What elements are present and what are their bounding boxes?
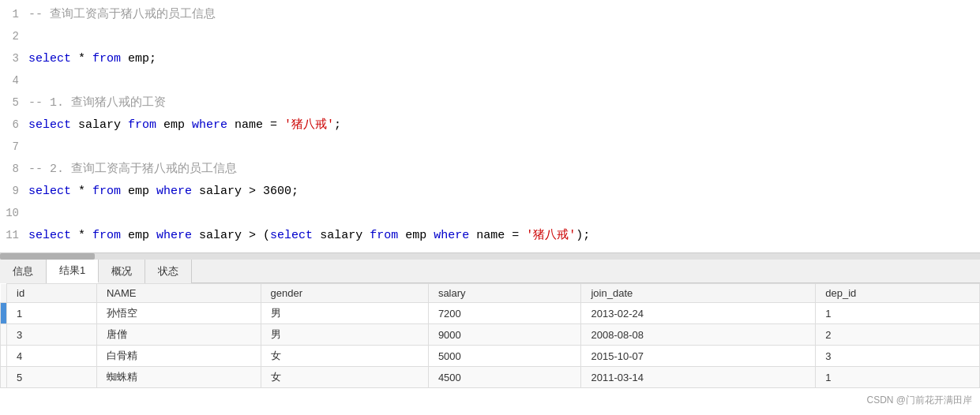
code-line-8: 8 -- 2. 查询工资高于猪八戒的员工信息 bbox=[0, 159, 980, 181]
watermark: CSDN @门前花开满田岸 bbox=[866, 394, 972, 407]
table-row: 4 白骨精 女 5000 2015-10-07 3 bbox=[1, 346, 980, 367]
col-header-salary: salary bbox=[428, 284, 581, 303]
results-table: id NAME gender salary join_date dep_id 1… bbox=[0, 283, 980, 388]
line-content-10 bbox=[28, 204, 980, 224]
col-header-gender: gender bbox=[261, 284, 428, 303]
line-content-5: -- 1. 查询猪八戒的工资 bbox=[28, 93, 980, 114]
cell-name: 蜘蛛精 bbox=[96, 367, 261, 388]
code-line-10: 10 bbox=[0, 204, 980, 226]
cell-dep-id: 1 bbox=[816, 367, 980, 388]
table-row: 1 孙悟空 男 7200 2013-02-24 1 bbox=[1, 303, 980, 324]
line-num-6: 6 bbox=[0, 116, 28, 135]
line-content-6: select salary from emp where name = '猪八戒… bbox=[28, 115, 980, 136]
table-row: 3 唐僧 男 9000 2008-08-08 2 bbox=[1, 324, 980, 346]
col-header-name: NAME bbox=[96, 284, 261, 303]
cell-name: 白骨精 bbox=[96, 346, 261, 367]
code-line-9: 9 select * from emp where salary > 3600; bbox=[0, 181, 980, 204]
cell-salary: 5000 bbox=[428, 346, 581, 367]
cell-gender: 女 bbox=[261, 346, 428, 367]
table-row: 5 蜘蛛精 女 4500 2011-03-14 1 bbox=[1, 367, 980, 388]
tab-info[interactable]: 信息 bbox=[0, 260, 47, 283]
line-content-7 bbox=[28, 137, 980, 158]
line-num-9: 9 bbox=[0, 182, 28, 201]
cell-id: 1 bbox=[7, 303, 97, 324]
line-content-11: select * from emp where salary > (select… bbox=[28, 226, 980, 246]
cell-dep-id: 3 bbox=[816, 346, 980, 367]
code-line-1: 1 -- 查询工资高于猪八戒的员工信息 bbox=[0, 5, 980, 27]
line-content-2 bbox=[28, 27, 980, 47]
col-header-dep-id: dep_id bbox=[816, 284, 980, 303]
cell-join-date: 2008-08-08 bbox=[581, 324, 816, 346]
line-num-3: 3 bbox=[0, 50, 28, 69]
line-num-11: 11 bbox=[0, 226, 28, 245]
line-num-5: 5 bbox=[0, 94, 28, 113]
cell-gender: 女 bbox=[261, 367, 428, 388]
tabs-bar: 信息 结果1 概况 状态 bbox=[0, 260, 980, 283]
tab-result1[interactable]: 结果1 bbox=[47, 260, 99, 283]
table-header-row: id NAME gender salary join_date dep_id bbox=[1, 284, 980, 303]
cell-join-date: 2013-02-24 bbox=[581, 303, 816, 324]
line-num-1: 1 bbox=[0, 6, 28, 24]
line-content-3: select * from emp; bbox=[28, 49, 980, 69]
line-num-10: 10 bbox=[0, 204, 28, 223]
tab-status[interactable]: 状态 bbox=[145, 260, 192, 283]
col-header-join-date: join_date bbox=[581, 284, 816, 303]
cell-name: 孙悟空 bbox=[96, 303, 261, 324]
line-num-7: 7 bbox=[0, 138, 28, 157]
cell-salary: 4500 bbox=[428, 367, 581, 388]
code-line-11: 11 select * from emp where salary > (sel… bbox=[0, 226, 980, 248]
cell-dep-id: 1 bbox=[816, 303, 980, 324]
col-header-id: id bbox=[7, 284, 97, 303]
code-editor: 1 -- 查询工资高于猪八戒的员工信息 2 3 select * from em… bbox=[0, 0, 980, 253]
code-line-3: 3 select * from emp; bbox=[0, 49, 980, 71]
cell-gender: 男 bbox=[261, 303, 428, 324]
cell-id: 5 bbox=[7, 367, 97, 388]
code-line-2: 2 bbox=[0, 27, 980, 49]
tab-overview[interactable]: 概况 bbox=[99, 260, 145, 283]
cell-join-date: 2015-10-07 bbox=[581, 346, 816, 367]
line-num-4: 4 bbox=[0, 72, 28, 91]
line-content-8: -- 2. 查询工资高于猪八戒的员工信息 bbox=[28, 159, 980, 180]
line-num-8: 8 bbox=[0, 160, 28, 179]
code-line-5: 5 -- 1. 查询猪八戒的工资 bbox=[0, 93, 980, 115]
code-line-6: 6 select salary from emp where name = '猪… bbox=[0, 115, 980, 137]
line-content-4 bbox=[28, 71, 980, 92]
line-content-1: -- 查询工资高于猪八戒的员工信息 bbox=[28, 5, 980, 25]
cell-id: 3 bbox=[7, 324, 97, 346]
cell-id: 4 bbox=[7, 346, 97, 367]
line-content-9: select * from emp where salary > 3600; bbox=[28, 181, 980, 202]
cell-salary: 9000 bbox=[428, 324, 581, 346]
cell-name: 唐僧 bbox=[96, 324, 261, 346]
cell-join-date: 2011-03-14 bbox=[581, 367, 816, 388]
results-area: id NAME gender salary join_date dep_id 1… bbox=[0, 283, 980, 415]
cell-gender: 男 bbox=[261, 324, 428, 346]
cell-dep-id: 2 bbox=[816, 324, 980, 346]
cell-salary: 7200 bbox=[428, 303, 581, 324]
line-num-2: 2 bbox=[0, 28, 28, 47]
code-line-4: 4 bbox=[0, 71, 980, 93]
code-line-7: 7 bbox=[0, 137, 980, 159]
